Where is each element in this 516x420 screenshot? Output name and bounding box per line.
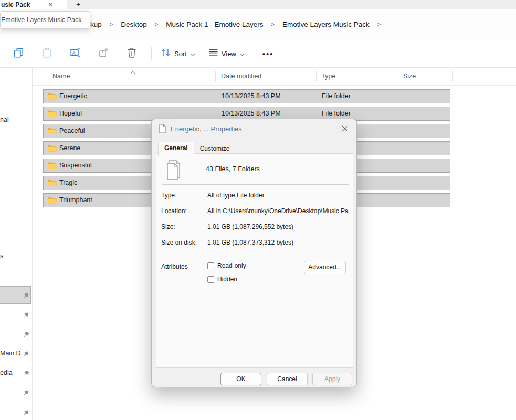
file-row-energetic[interactable]: Energetic 10/13/2025 8:43 PM File folder xyxy=(43,89,450,103)
folder-icon xyxy=(48,162,57,170)
file-name: Hopeful xyxy=(59,110,82,117)
file-type: File folder xyxy=(322,110,351,117)
document-icon xyxy=(159,124,166,133)
dialog-title: Energetic, ... Properties xyxy=(171,125,242,133)
share-button[interactable] xyxy=(98,48,109,59)
svg-text:A: A xyxy=(72,50,76,56)
sidebar-divider xyxy=(0,274,29,274)
tab-close-icon[interactable]: ✕ xyxy=(46,1,55,8)
sidebar-item-truncated[interactable]: nal xyxy=(0,116,9,123)
field-location: Location: All in C:\Users\munky\OneDrive… xyxy=(156,207,353,216)
rename-button[interactable]: A xyxy=(69,48,81,59)
command-toolbar: A Sort View ••• xyxy=(0,40,516,68)
file-name: Triumphant xyxy=(59,196,92,204)
tab-music-pack[interactable]: usic Pack xyxy=(0,0,67,9)
advanced-button[interactable]: Advanced... xyxy=(304,261,346,274)
pin-icon xyxy=(23,291,29,298)
tab-general[interactable]: General xyxy=(158,142,194,156)
share-icon xyxy=(99,48,109,60)
chevron-right-icon: > xyxy=(110,21,113,27)
column-divider[interactable] xyxy=(316,71,317,82)
sort-label: Sort xyxy=(174,50,187,58)
pin-icon[interactable] xyxy=(23,311,29,317)
properties-dialog: Energetic, ... Properties General Custom… xyxy=(151,119,357,387)
breadcrumb-item[interactable]: kup xyxy=(90,20,102,28)
read-only-checkbox-row[interactable]: Read-only xyxy=(207,262,246,269)
file-date: 10/13/2025 8:43 PM xyxy=(222,110,281,117)
sort-icon xyxy=(161,48,171,59)
file-name: Suspensful xyxy=(59,162,92,169)
sidebar-item-media[interactable]: edia xyxy=(0,369,13,376)
view-icon xyxy=(209,49,218,59)
field-size: Size: 1.01 GB (1,087,296,552 bytes) xyxy=(156,223,353,232)
breadcrumb-item[interactable]: Music Pack 1 - Emotive Layers xyxy=(166,20,263,28)
tab-customize[interactable]: Customize xyxy=(194,143,236,155)
new-tab-button[interactable]: + xyxy=(72,0,84,9)
column-header-name[interactable]: Name xyxy=(52,72,70,80)
more-options-button[interactable]: ••• xyxy=(262,49,274,58)
field-value: All in C:\Users\munky\OneDrive\Desktop\M… xyxy=(207,207,350,215)
column-divider[interactable] xyxy=(398,71,398,82)
tab-title: usic Pack xyxy=(0,1,30,8)
pin-icon[interactable] xyxy=(23,388,29,395)
cancel-button[interactable]: Cancel xyxy=(267,373,308,385)
view-button[interactable]: View xyxy=(209,49,245,59)
field-label: Location: xyxy=(161,207,187,215)
separator xyxy=(162,184,349,185)
field-label: Size: xyxy=(161,223,175,230)
breadcrumb-item[interactable]: Desktop xyxy=(121,20,147,28)
field-type: Type: All of type File folder xyxy=(156,192,353,200)
column-divider[interactable] xyxy=(452,71,453,82)
breadcrumb-item[interactable]: Emotive Layers Music Pack xyxy=(282,20,370,28)
pin-icon[interactable] xyxy=(23,408,29,415)
pin-icon xyxy=(23,369,29,375)
file-date: 10/13/2025 8:43 PM xyxy=(222,92,281,100)
apply-button[interactable]: Apply xyxy=(312,373,352,385)
attributes-label: Attributes xyxy=(161,263,188,270)
dialog-titlebar: Energetic, ... Properties xyxy=(152,119,356,138)
pin-icon[interactable] xyxy=(23,330,29,337)
file-name: Peaceful xyxy=(59,127,85,134)
chevron-right-icon: > xyxy=(155,21,158,27)
column-divider[interactable] xyxy=(215,71,216,82)
chevron-down-icon xyxy=(191,49,195,58)
dialog-general-panel: 43 Files, 7 Folders Type: All of type Fi… xyxy=(156,153,353,368)
checkbox-label: Hidden xyxy=(217,276,237,283)
checkbox-icon[interactable] xyxy=(207,276,214,283)
column-header-type[interactable]: Type xyxy=(321,72,335,80)
column-header-date[interactable]: Date modified xyxy=(221,72,261,80)
folder-icon xyxy=(48,144,57,152)
toolbar-divider xyxy=(151,47,152,60)
sidebar-item-truncated[interactable]: s xyxy=(0,253,3,260)
hidden-checkbox-row[interactable]: Hidden xyxy=(207,276,237,283)
delete-button[interactable] xyxy=(126,48,138,59)
trash-icon xyxy=(127,48,136,60)
folder-tooltip: Emotive Layers Music Pack xyxy=(0,11,90,29)
view-label: View xyxy=(222,50,236,58)
field-value: 1.01 GB (1,087,296,552 bytes) xyxy=(207,223,350,230)
navigation-pane: nal s Main D edia xyxy=(0,68,33,420)
folder-icon xyxy=(48,179,57,187)
copy-icon xyxy=(14,48,24,60)
ok-button[interactable]: OK xyxy=(220,373,261,385)
dialog-tabs: General Customize xyxy=(158,141,235,155)
explorer-window: usic Pack ✕ + kup > Desktop > Music Pack… xyxy=(0,0,516,420)
close-icon[interactable] xyxy=(340,124,350,133)
folder-icon xyxy=(48,127,57,135)
copy-button[interactable] xyxy=(13,48,24,59)
field-size-on-disk: Size on disk: 1.01 GB (1,087,373,312 byt… xyxy=(156,239,353,247)
checkbox-label: Read-only xyxy=(217,262,246,269)
paste-button[interactable] xyxy=(41,48,52,59)
field-value: All of type File folder xyxy=(207,192,350,199)
checkbox-icon[interactable] xyxy=(207,262,214,269)
separator xyxy=(162,255,349,255)
column-header-size[interactable]: Size xyxy=(403,72,416,80)
multiple-files-icon xyxy=(165,159,182,181)
chevron-down-icon xyxy=(240,49,245,58)
file-name: Tragic xyxy=(59,179,77,186)
sort-button[interactable]: Sort xyxy=(161,48,195,59)
folder-icon xyxy=(48,92,57,100)
column-header-row: Name Date modified Type Size xyxy=(33,68,516,86)
sidebar-item-main-d[interactable]: Main D xyxy=(0,350,21,357)
field-label: Size on disk: xyxy=(161,239,197,246)
